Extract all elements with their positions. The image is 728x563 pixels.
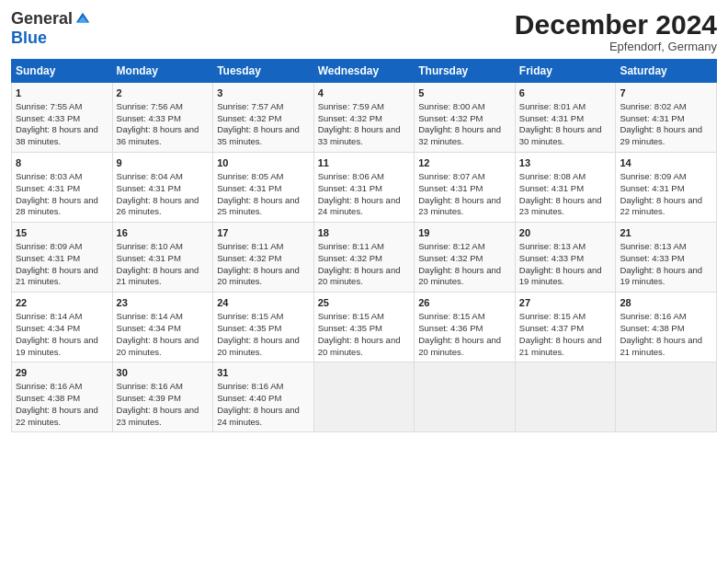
sunrise-text: Sunrise: 8:11 AM	[217, 241, 283, 251]
calendar-body: 1Sunrise: 7:55 AMSunset: 4:33 PMDaylight…	[12, 83, 717, 432]
calendar-cell	[515, 362, 616, 432]
day-number: 5	[418, 86, 511, 100]
sunrise-text: Sunrise: 8:13 AM	[620, 241, 686, 251]
day-number: 16	[117, 226, 210, 240]
day-number: 4	[318, 86, 411, 100]
day-number: 11	[318, 156, 411, 170]
day-number: 24	[217, 296, 310, 310]
day-number: 29	[16, 366, 108, 380]
col-tuesday: Tuesday	[213, 60, 314, 83]
day-number: 30	[117, 366, 210, 380]
day-number: 31	[217, 366, 310, 380]
calendar-week-3: 15Sunrise: 8:09 AMSunset: 4:31 PMDayligh…	[12, 223, 717, 293]
calendar-cell: 7Sunrise: 8:02 AMSunset: 4:31 PMDaylight…	[616, 83, 717, 153]
sunrise-text: Sunrise: 8:09 AM	[620, 171, 686, 181]
sunrise-text: Sunrise: 8:00 AM	[418, 101, 484, 111]
sunrise-text: Sunrise: 8:11 AM	[318, 241, 384, 251]
sunset-text: Sunset: 4:33 PM	[519, 253, 584, 263]
calendar-cell: 13Sunrise: 8:08 AMSunset: 4:31 PMDayligh…	[515, 153, 616, 223]
logo-blue-text: Blue	[11, 29, 47, 48]
calendar-cell: 25Sunrise: 8:15 AMSunset: 4:35 PMDayligh…	[313, 293, 415, 362]
daylight-text: Daylight: 8 hours and 26 minutes.	[117, 195, 199, 217]
sunset-text: Sunset: 4:32 PM	[318, 113, 382, 123]
calendar-cell: 26Sunrise: 8:15 AMSunset: 4:36 PMDayligh…	[415, 293, 516, 362]
daylight-text: Daylight: 8 hours and 23 minutes.	[519, 195, 602, 217]
day-number: 13	[519, 156, 612, 170]
daylight-text: Daylight: 8 hours and 33 minutes.	[318, 124, 401, 146]
calendar-cell: 4Sunrise: 7:59 AMSunset: 4:32 PMDaylight…	[313, 83, 415, 153]
location: Epfendorf, Germany	[515, 40, 717, 53]
sunrise-text: Sunrise: 8:16 AM	[217, 381, 283, 391]
sunrise-text: Sunrise: 8:16 AM	[117, 381, 183, 391]
calendar-cell: 11Sunrise: 8:06 AMSunset: 4:31 PMDayligh…	[313, 153, 415, 223]
calendar-cell	[616, 362, 717, 432]
sunrise-text: Sunrise: 8:14 AM	[117, 311, 183, 321]
daylight-text: Daylight: 8 hours and 20 minutes.	[418, 265, 501, 287]
calendar-cell: 19Sunrise: 8:12 AMSunset: 4:32 PMDayligh…	[415, 223, 516, 293]
sunset-text: Sunset: 4:36 PM	[418, 323, 483, 333]
sunset-text: Sunset: 4:35 PM	[318, 323, 382, 333]
calendar-cell: 8Sunrise: 8:03 AMSunset: 4:31 PMDaylight…	[12, 153, 113, 223]
calendar-cell: 3Sunrise: 7:57 AMSunset: 4:32 PMDaylight…	[213, 83, 314, 153]
calendar-cell: 17Sunrise: 8:11 AMSunset: 4:32 PMDayligh…	[213, 223, 314, 293]
header-row: Sunday Monday Tuesday Wednesday Thursday…	[12, 60, 717, 83]
logo: General Blue	[11, 9, 91, 48]
calendar-week-5: 29Sunrise: 8:16 AMSunset: 4:38 PMDayligh…	[12, 362, 717, 432]
sunset-text: Sunset: 4:32 PM	[418, 113, 483, 123]
sunset-text: Sunset: 4:31 PM	[620, 183, 684, 193]
day-number: 28	[620, 296, 712, 310]
sunset-text: Sunset: 4:34 PM	[117, 323, 181, 333]
logo-icon	[74, 11, 91, 28]
day-number: 26	[418, 296, 511, 310]
daylight-text: Daylight: 8 hours and 32 minutes.	[418, 124, 501, 146]
calendar-cell: 30Sunrise: 8:16 AMSunset: 4:39 PMDayligh…	[112, 362, 213, 432]
calendar-cell: 14Sunrise: 8:09 AMSunset: 4:31 PMDayligh…	[616, 153, 717, 223]
sunrise-text: Sunrise: 8:13 AM	[519, 241, 586, 251]
sunset-text: Sunset: 4:40 PM	[217, 393, 281, 403]
sunset-text: Sunset: 4:33 PM	[16, 113, 80, 123]
calendar-cell: 28Sunrise: 8:16 AMSunset: 4:38 PMDayligh…	[616, 293, 717, 362]
sunset-text: Sunset: 4:31 PM	[117, 183, 181, 193]
daylight-text: Daylight: 8 hours and 23 minutes.	[117, 405, 199, 427]
header: General Blue December 2024 Epfendorf, Ge…	[11, 9, 717, 53]
daylight-text: Daylight: 8 hours and 20 minutes.	[217, 335, 300, 357]
daylight-text: Daylight: 8 hours and 20 minutes.	[318, 335, 401, 357]
day-number: 8	[16, 156, 108, 170]
calendar-cell: 5Sunrise: 8:00 AMSunset: 4:32 PMDaylight…	[415, 83, 516, 153]
calendar-cell	[313, 362, 415, 432]
day-number: 23	[117, 296, 210, 310]
calendar-cell: 2Sunrise: 7:56 AMSunset: 4:33 PMDaylight…	[112, 83, 213, 153]
calendar-cell: 27Sunrise: 8:15 AMSunset: 4:37 PMDayligh…	[515, 293, 616, 362]
daylight-text: Daylight: 8 hours and 28 minutes.	[16, 195, 98, 217]
calendar-week-4: 22Sunrise: 8:14 AMSunset: 4:34 PMDayligh…	[12, 293, 717, 362]
sunrise-text: Sunrise: 7:56 AM	[117, 101, 183, 111]
sunset-text: Sunset: 4:31 PM	[117, 253, 181, 263]
sunrise-text: Sunrise: 8:02 AM	[620, 101, 686, 111]
sunrise-text: Sunrise: 8:09 AM	[16, 241, 82, 251]
daylight-text: Daylight: 8 hours and 19 minutes.	[16, 335, 98, 357]
calendar-cell: 10Sunrise: 8:05 AMSunset: 4:31 PMDayligh…	[213, 153, 314, 223]
calendar-cell: 22Sunrise: 8:14 AMSunset: 4:34 PMDayligh…	[12, 293, 113, 362]
day-number: 21	[620, 226, 712, 240]
col-friday: Friday	[515, 60, 616, 83]
day-number: 10	[217, 156, 310, 170]
sunset-text: Sunset: 4:31 PM	[16, 183, 80, 193]
day-number: 18	[318, 226, 411, 240]
daylight-text: Daylight: 8 hours and 19 minutes.	[519, 265, 602, 287]
calendar-header: Sunday Monday Tuesday Wednesday Thursday…	[12, 60, 717, 83]
sunrise-text: Sunrise: 8:12 AM	[418, 241, 484, 251]
sunrise-text: Sunrise: 8:14 AM	[16, 311, 82, 321]
day-number: 3	[217, 86, 310, 100]
day-number: 2	[117, 86, 210, 100]
calendar-cell: 9Sunrise: 8:04 AMSunset: 4:31 PMDaylight…	[112, 153, 213, 223]
sunset-text: Sunset: 4:37 PM	[519, 323, 584, 333]
sunset-text: Sunset: 4:39 PM	[117, 393, 181, 403]
logo-general-text: General	[11, 9, 73, 29]
sunset-text: Sunset: 4:31 PM	[620, 113, 684, 123]
sunrise-text: Sunrise: 8:10 AM	[117, 241, 183, 251]
sunrise-text: Sunrise: 7:57 AM	[217, 101, 283, 111]
daylight-text: Daylight: 8 hours and 21 minutes.	[16, 265, 98, 287]
sunrise-text: Sunrise: 8:06 AM	[318, 171, 384, 181]
sunrise-text: Sunrise: 8:05 AM	[217, 171, 283, 181]
sunset-text: Sunset: 4:32 PM	[318, 253, 382, 263]
